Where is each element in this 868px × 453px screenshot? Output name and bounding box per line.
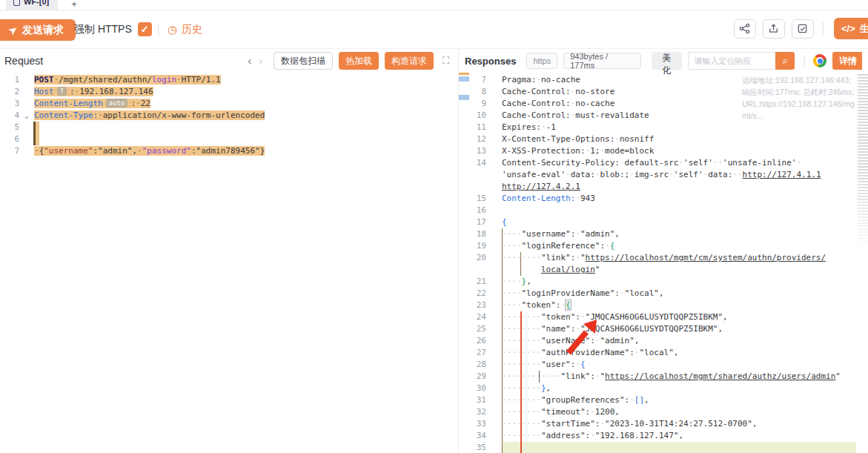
indent-guide-active xyxy=(520,311,522,453)
protocol-chip: https xyxy=(526,53,557,69)
response-code-line: 15Content-Length:·943 xyxy=(459,193,868,205)
minimap-marker-blue-1 xyxy=(459,76,469,82)
response-editor[interactable]: 7Pragma:·no-cache8Cache-Control:·no-stor… xyxy=(459,73,868,453)
fullscreen-icon[interactable]: ⛶ xyxy=(443,55,449,67)
response-code-line: 'unsafe-eval'·data:·blob:;·img-src·'self… xyxy=(459,169,868,181)
response-code-line: 23····"token":·{ xyxy=(459,300,868,311)
response-code-line: 22····"loginProviderName":·"local", xyxy=(459,288,868,300)
minimap-marker-orange xyxy=(459,73,469,75)
response-header-divider: │ xyxy=(801,55,808,67)
request-code-line: 4⌄Content-Type:·application/x-www-form-u… xyxy=(0,110,458,122)
packet-scan-button[interactable]: 数据包扫描 xyxy=(274,52,333,70)
request-code-line: 3Content-Lengthauto:·22 xyxy=(0,98,458,110)
search-icon: ⌕ xyxy=(783,55,788,67)
paper-plane-icon: ➤ xyxy=(7,23,20,37)
request-editor[interactable]: 1POST·/mgmt/shared/authn/login·HTTP/1.12… xyxy=(0,73,458,453)
beautify-button[interactable]: 美化 xyxy=(652,52,683,70)
response-code-line: 21····}, xyxy=(459,276,868,288)
response-code-line: 17{ xyxy=(459,216,868,228)
request-code-line: 7·{"username":"admin",·"password":"admin… xyxy=(0,145,458,157)
request-code-line: 2Host?:·192.168.127.146 xyxy=(0,86,458,98)
generate-code-button[interactable]: </> 生成 xyxy=(834,18,868,39)
indent-guide-level1 xyxy=(502,228,503,453)
edit-button[interactable] xyxy=(792,19,814,39)
force-https-checkbox[interactable]: ✓ xyxy=(138,22,152,36)
response-code-line: 14Content-Security-Policy:·default-src·'… xyxy=(459,157,868,169)
indent-guide-level3 xyxy=(539,371,540,383)
code-icon: </> xyxy=(841,23,855,34)
tab-wf-0[interactable]: WF-[0] xyxy=(6,0,58,10)
hot-reload-button[interactable]: 热加载 xyxy=(339,52,379,70)
history-button[interactable]: ◷ 历史 xyxy=(168,23,202,36)
export-icon xyxy=(768,23,779,34)
minimap-marker-blue-2 xyxy=(459,95,469,100)
response-code-line: 11Expires:·-1 xyxy=(459,122,868,133)
edit-icon xyxy=(797,23,808,34)
send-request-button[interactable]: ➤ 发送请求 xyxy=(0,19,76,41)
request-code-line: 1POST·/mgmt/shared/authn/login·HTTP/1.1 xyxy=(0,74,458,86)
response-panel-header: Responses https 943bytes / 177ms 美化 ⌕ │ … xyxy=(459,49,868,73)
response-code-line: 19····"loginReference":·{ xyxy=(459,240,868,252)
request-code-line: 6 xyxy=(0,133,458,145)
toolbar-divider-2: │ xyxy=(821,22,827,35)
compose-request-button[interactable]: 构造请求 xyxy=(385,52,434,70)
request-meta-overlay: 远端地址:192.168.127.146:443; 响应时间:177ms; 总耗… xyxy=(742,74,855,122)
share-icon xyxy=(739,23,750,34)
history-prev-button[interactable]: ‹ xyxy=(245,55,256,67)
response-code-line: 16 xyxy=(459,205,868,216)
toolbar-divider: │ xyxy=(156,23,162,36)
export-button[interactable] xyxy=(763,19,785,39)
force-https-label: 强制 HTTPS xyxy=(74,23,132,36)
tab-bar: WF-[0] + xyxy=(0,0,868,10)
history-next-button[interactable]: › xyxy=(255,55,266,67)
toolbar: ➤ 发送请求 强制 HTTPS ✓ │ ◷ 历史 xyxy=(0,10,868,49)
chrome-icon[interactable] xyxy=(813,54,826,67)
clock-icon: ◷ xyxy=(168,24,177,35)
search-button[interactable]: ⌕ xyxy=(775,52,795,70)
response-code-line: 12X-Content-Type-Options:·nosniff xyxy=(459,133,868,145)
share-button[interactable] xyxy=(734,19,756,39)
response-code-line: http://127.4.2.1 xyxy=(459,181,868,193)
response-code-line: 18····"username":·"admin", xyxy=(459,228,868,240)
request-panel: Request ‹ › 数据包扫描 热加载 构造请求 ⛶ 1POST·/mgmt… xyxy=(0,49,458,453)
indent-guide-level2 xyxy=(520,252,521,276)
document-icon xyxy=(13,0,20,6)
request-panel-header: Request ‹ › 数据包扫描 热加载 构造请求 ⛶ xyxy=(0,49,458,73)
request-code-line: 5 xyxy=(0,122,458,133)
minimap[interactable] xyxy=(858,74,868,252)
response-code-line: 13X-XSS-Protection:·1;·mode=block xyxy=(459,145,868,157)
search-input[interactable] xyxy=(688,52,775,70)
new-tab-button[interactable]: + xyxy=(68,0,80,10)
tab-label: WF-[0] xyxy=(24,0,49,6)
responses-title: Responses xyxy=(465,56,516,67)
force-https-group: 强制 HTTPS ✓ xyxy=(74,22,152,36)
search-box: ⌕ xyxy=(688,52,795,70)
size-time-chip: 943bytes / 177ms xyxy=(563,53,640,69)
response-panel: Responses https 943bytes / 177ms 美化 ⌕ │ … xyxy=(458,49,868,453)
detail-button[interactable]: 详情 xyxy=(832,52,862,70)
request-title: Request xyxy=(4,55,43,67)
